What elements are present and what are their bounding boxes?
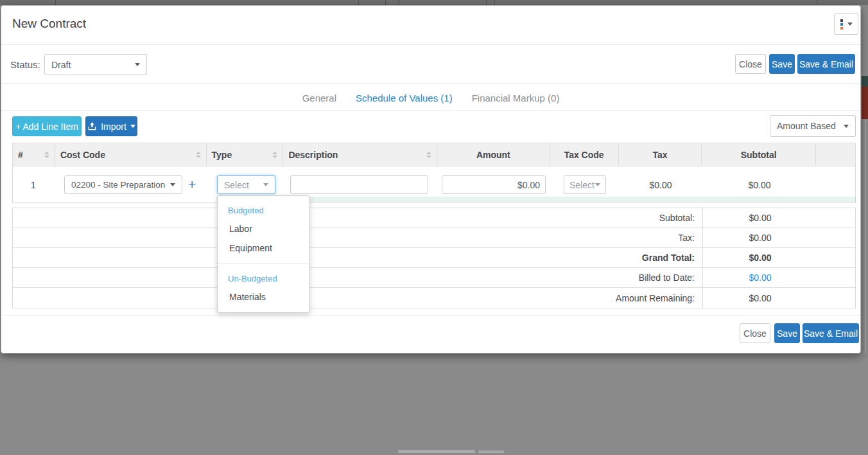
add-line-item-button[interactable]: + Add Line Item	[12, 116, 82, 136]
kebab-menu-icon	[840, 19, 843, 30]
background-sliver-red	[862, 87, 868, 119]
header-divider	[1, 44, 860, 45]
dropdown-group-budgeted: Budgeted	[218, 202, 309, 219]
summary-row-subtotal: Subtotal: $0.00	[13, 208, 855, 228]
tab-bar: General Schedule of Values (1) Financial…	[1, 93, 860, 103]
chevron-down-icon	[130, 125, 135, 128]
view-mode-select[interactable]: Amount Based	[770, 115, 856, 137]
table-header: # Cost Code Type Description Amount Tax …	[12, 143, 856, 166]
column-header-cost-code[interactable]: Cost Code	[55, 143, 207, 166]
tax-value: $0.00	[619, 180, 702, 190]
dropdown-item-labor[interactable]: Labor	[218, 219, 309, 238]
status-select[interactable]: Draft	[44, 54, 147, 75]
row-number: 1	[12, 180, 55, 190]
status-select-value: Draft	[51, 60, 71, 70]
view-mode-value: Amount Based	[777, 121, 836, 131]
save-email-button-top[interactable]: Save & Email	[797, 54, 855, 74]
more-options-button[interactable]	[834, 13, 858, 35]
sort-icon	[272, 152, 277, 158]
chevron-down-icon	[844, 125, 849, 128]
tax-code-placeholder: Select	[569, 180, 595, 190]
row-highlight	[216, 197, 856, 202]
chevron-down-icon	[595, 183, 600, 186]
chevron-down-icon	[170, 183, 175, 186]
new-contract-modal: New Contract Status: Draft Close Save Sa…	[1, 5, 861, 353]
column-header-tax[interactable]: Tax	[619, 143, 702, 166]
summary-row-amount-remaining: Amount Remaining: $0.00	[13, 288, 855, 308]
tabs-divider	[1, 110, 860, 111]
import-button-label: Import	[101, 121, 126, 132]
background-app-strip	[0, 0, 868, 5]
type-select-placeholder: Select	[224, 180, 249, 190]
save-button-bottom[interactable]: Save	[774, 323, 800, 343]
summary-row-tax: Tax: $0.00	[13, 228, 855, 248]
dropdown-divider	[218, 263, 309, 264]
tab-financial-markup[interactable]: Financial Markup (0)	[472, 93, 560, 103]
row-subtotal-value: $0.00	[702, 180, 817, 190]
cost-code-value: 02200 - Site Preparation	[71, 180, 165, 190]
column-header-subtotal[interactable]: Subtotal	[702, 143, 816, 166]
chevron-down-icon	[263, 183, 268, 186]
amount-input[interactable]	[442, 175, 546, 194]
save-button-top[interactable]: Save	[769, 54, 795, 74]
summary-row-billed-to-date: Billed to Date: $0.00	[13, 268, 855, 288]
summary-table: Subtotal: $0.00 Tax: $0.00 Grand Total: …	[12, 208, 856, 308]
background-faint-text-2	[478, 451, 504, 453]
tab-schedule-of-values[interactable]: Schedule of Values (1)	[356, 93, 453, 103]
column-header-actions	[816, 143, 855, 166]
sort-icon	[426, 152, 431, 158]
footer-divider	[1, 316, 860, 316]
background-sliver-teal	[862, 76, 868, 87]
close-button-top[interactable]: Close	[735, 54, 766, 74]
column-header-description[interactable]: Description	[283, 143, 437, 166]
upload-icon	[87, 121, 97, 131]
status-label: Status:	[10, 59, 40, 70]
status-divider	[1, 83, 860, 84]
dropdown-group-unbudgeted: Un-Budgeted	[218, 270, 309, 287]
background-scrollbar-line	[865, 119, 866, 353]
tax-code-select[interactable]: Select	[564, 175, 606, 194]
close-button-bottom[interactable]: Close	[740, 323, 770, 343]
background-faint-text	[398, 450, 475, 453]
billed-to-date-link[interactable]: $0.00	[703, 272, 817, 283]
chevron-down-icon	[847, 22, 853, 26]
column-header-tax-code[interactable]: Tax Code	[550, 143, 619, 166]
tab-general[interactable]: General	[302, 93, 336, 103]
import-button[interactable]: Import	[85, 116, 137, 136]
type-select[interactable]: Select	[217, 175, 275, 194]
description-input[interactable]	[290, 175, 428, 194]
column-header-amount[interactable]: Amount	[437, 143, 550, 166]
save-email-button-bottom[interactable]: Save & Email	[803, 323, 859, 343]
page-title: New Contract	[12, 17, 86, 31]
column-header-num[interactable]: #	[13, 143, 55, 166]
column-header-type[interactable]: Type	[207, 143, 284, 166]
sort-icon	[196, 152, 201, 158]
type-dropdown-menu: Budgeted Labor Equipment Un-Budgeted Mat…	[217, 195, 310, 313]
add-cost-code-icon[interactable]: +	[188, 178, 196, 191]
dropdown-item-materials[interactable]: Materials	[218, 287, 309, 307]
chevron-down-icon	[135, 63, 140, 66]
summary-row-grand-total: Grand Total: $0.00	[13, 248, 855, 268]
cost-code-select[interactable]: 02200 - Site Preparation	[64, 175, 182, 194]
sort-icon	[44, 152, 49, 158]
dropdown-item-equipment[interactable]: Equipment	[218, 238, 309, 258]
